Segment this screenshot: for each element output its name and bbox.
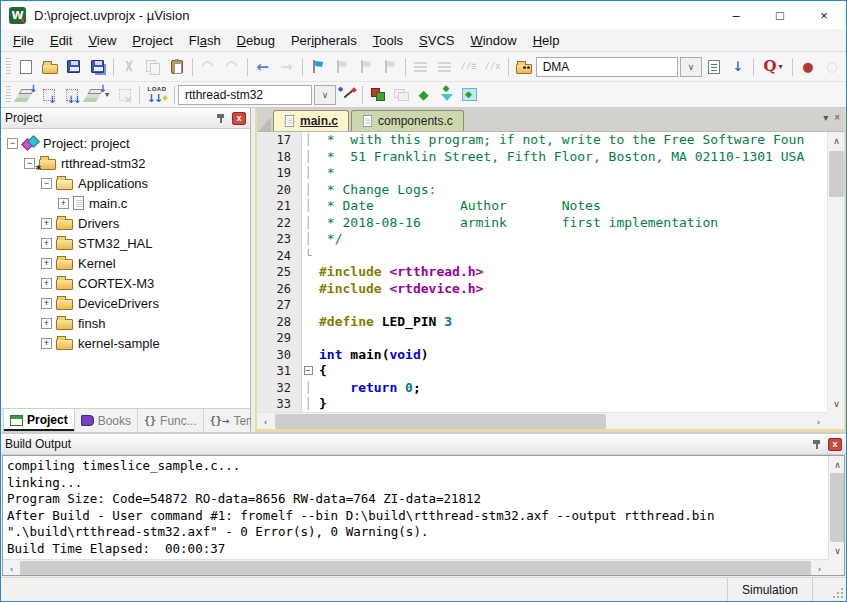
incremental-find-button[interactable]: ↓ — [726, 56, 750, 78]
insert-breakpoint-button[interactable]: ● — [796, 56, 820, 78]
document-close-button[interactable]: × — [834, 112, 840, 123]
save-all-button[interactable] — [86, 56, 110, 78]
scrollbar-thumb[interactable] — [829, 151, 844, 197]
toolbar-grip[interactable] — [6, 58, 11, 76]
menu-tools[interactable]: Tools — [365, 31, 411, 50]
menu-edit[interactable]: Edit — [42, 31, 80, 50]
fold-margin — [301, 330, 315, 347]
menu-file[interactable]: File — [5, 31, 42, 50]
select-software-packs-button[interactable] — [435, 85, 458, 105]
target-combobox-dropdown[interactable]: ∨ — [314, 85, 336, 105]
scroll-up-icon[interactable]: ∧ — [829, 456, 845, 473]
manage-runtime-environment-button[interactable]: ◆ — [412, 85, 435, 105]
scroll-left-icon[interactable]: ‹ — [257, 413, 274, 429]
expand-icon[interactable]: + — [41, 238, 52, 249]
navigate-back-button[interactable]: ← — [251, 56, 275, 78]
collapse-icon[interactable]: − — [24, 158, 35, 169]
tree-item-kernel-sample[interactable]: +kernel-sample — [1, 333, 250, 353]
expand-icon[interactable]: + — [58, 198, 69, 209]
tree-item-cortex-m3[interactable]: +CORTEX-M3 — [1, 273, 250, 293]
paste-button[interactable] — [165, 56, 189, 78]
toolbar-grip[interactable] — [6, 86, 11, 104]
menu-flash[interactable]: Flash — [181, 31, 229, 50]
expand-icon[interactable]: + — [41, 338, 52, 349]
download-button[interactable]: LOAD↓↓ — [143, 85, 171, 105]
scroll-down-icon[interactable]: ∨ — [828, 395, 844, 412]
tree-item-applications[interactable]: −Applications — [1, 173, 250, 193]
tree-item-project-project[interactable]: −Project: project — [1, 133, 250, 153]
tree-item-rtthread-stm32[interactable]: −rtthread-stm32 — [1, 153, 250, 173]
expand-icon[interactable]: + — [41, 278, 52, 289]
editor-tab-main-c[interactable]: main.c — [273, 110, 349, 131]
tabbar-aux-buttons: ▾ × — [823, 112, 840, 123]
save-button[interactable] — [62, 56, 86, 78]
find-in-files-folder-button[interactable] — [512, 56, 536, 78]
menu-view[interactable]: View — [80, 31, 124, 50]
options-for-target-button[interactable] — [336, 85, 359, 105]
build-button[interactable] — [37, 85, 60, 105]
batch-build-button[interactable]: ▾ — [83, 85, 113, 105]
close-button[interactable]: × — [802, 1, 846, 29]
menu-window[interactable]: Window — [462, 31, 524, 50]
expand-icon[interactable]: + — [41, 318, 52, 329]
find-in-files-button[interactable] — [702, 56, 726, 78]
target-combobox[interactable]: rtthread-stm32 — [178, 85, 312, 105]
tree-item-kernel[interactable]: +Kernel — [1, 253, 250, 273]
code-line-22: 22│ * 2018-08-16 armink first implementa… — [257, 215, 827, 232]
tree-item-drivers[interactable]: +Drivers — [1, 213, 250, 233]
pack-installer-button[interactable] — [458, 85, 481, 105]
expand-icon[interactable]: + — [41, 298, 52, 309]
scrollbar-thumb[interactable] — [275, 414, 606, 429]
project-panel-close-button[interactable]: x — [232, 112, 246, 125]
rebuild-button[interactable] — [60, 85, 83, 105]
open-file-button[interactable] — [38, 56, 62, 78]
build-output-close-button[interactable]: x — [828, 438, 842, 451]
menu-project[interactable]: Project — [124, 31, 180, 50]
new-file-button[interactable] — [14, 56, 38, 78]
translate-button[interactable] — [14, 85, 37, 105]
editor-vertical-scrollbar[interactable]: ∧ ∨ — [827, 132, 844, 412]
build-output-line: ".\build\rtthread-stm32.axf" - 0 Error(s… — [7, 524, 824, 541]
panel-tab-func[interactable]: {}Func... — [138, 409, 204, 432]
menu-peripherals[interactable]: Peripherals — [283, 31, 365, 50]
scroll-up-icon[interactable]: ∧ — [828, 132, 844, 149]
find-combobox[interactable]: DMA — [536, 57, 678, 77]
tree-item-finsh[interactable]: +finsh — [1, 313, 250, 333]
scrollbar-thumb[interactable] — [830, 473, 845, 542]
menu-svcs[interactable]: SVCS — [411, 31, 462, 50]
code-editor[interactable]: 17│ * with this program; if not, write t… — [257, 132, 844, 429]
tab-list-button[interactable]: ▾ — [823, 112, 828, 123]
scroll-left-icon[interactable]: ‹ — [3, 560, 20, 576]
pin-icon[interactable] — [812, 438, 822, 451]
expand-icon[interactable]: + — [41, 218, 52, 229]
code-coverage-button[interactable]: Q▾ — [757, 56, 789, 78]
find-combobox-dropdown[interactable]: ∨ — [680, 57, 702, 77]
maximize-button[interactable]: □ — [758, 1, 802, 29]
menu-debug[interactable]: Debug — [229, 31, 283, 50]
tree-item-devicedrivers[interactable]: +DeviceDrivers — [1, 293, 250, 313]
scroll-right-icon[interactable]: › — [811, 560, 828, 576]
pin-icon[interactable] — [216, 112, 226, 125]
expand-icon[interactable]: + — [41, 258, 52, 269]
collapse-icon[interactable]: − — [41, 178, 52, 189]
minimize-button[interactable]: – — [714, 1, 758, 29]
panel-tab-books[interactable]: Books — [75, 409, 138, 432]
collapse-icon[interactable]: − — [7, 138, 18, 149]
scroll-down-icon[interactable]: ∨ — [829, 542, 845, 559]
scroll-right-icon[interactable]: › — [810, 413, 827, 429]
editor-tab-components-c[interactable]: components.c — [351, 110, 464, 131]
bookmark-toggle-button[interactable] — [306, 56, 330, 78]
menu-help[interactable]: Help — [525, 31, 568, 50]
editor-horizontal-scrollbar[interactable]: ‹ › — [257, 412, 827, 429]
scrollbar-thumb[interactable] — [20, 561, 811, 576]
manage-project-items-button[interactable] — [366, 85, 389, 105]
build-horizontal-scrollbar[interactable]: ‹ › — [3, 559, 828, 575]
tree-item-main-c[interactable]: +main.c — [1, 193, 250, 213]
tree-item-stm32-hal[interactable]: +STM32_HAL — [1, 233, 250, 253]
panel-tab-project[interactable]: Project — [3, 409, 75, 432]
fold-collapse-icon[interactable]: − — [304, 366, 313, 375]
build-vertical-scrollbar[interactable]: ∧ ∨ — [828, 456, 844, 559]
code-text: return 0; — [315, 380, 421, 397]
resize-grip[interactable] — [812, 578, 846, 601]
code-text: } — [315, 396, 327, 412]
